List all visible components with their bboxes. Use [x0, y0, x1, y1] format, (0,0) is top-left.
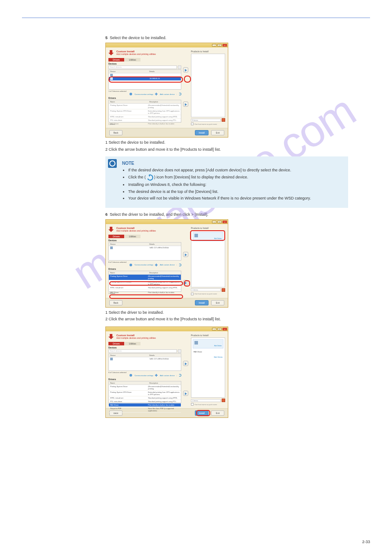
add-custom-device-link[interactable]: Add custom device: [160, 93, 175, 95]
products-to-install-label: Products to Install: [191, 334, 225, 337]
device-selection-count: 0 of 1 devices selected: [108, 261, 181, 263]
tab-utilities[interactable]: Utilities: [125, 342, 140, 345]
min-button[interactable]: –: [212, 221, 216, 223]
installer-window-1: – □ × Custom Install Add multiple device…: [105, 43, 228, 138]
back-button[interactable]: Back: [109, 130, 122, 135]
max-button[interactable]: □: [217, 221, 222, 223]
use-hostname-label: Use host name as port name: [194, 123, 217, 125]
search-icon[interactable]: [178, 349, 181, 353]
driver-row[interactable]: PCL mini-driverStandard printing support…: [109, 119, 181, 122]
wizard-subtitle: Add multiple devices and printing utilit…: [116, 53, 156, 55]
exit-button[interactable]: Exit: [211, 410, 224, 416]
install-button[interactable]: Install: [195, 410, 209, 416]
product-entry[interactable]: Edit Delete: [193, 232, 223, 241]
comm-settings-link[interactable]: Communication settings: [134, 93, 153, 95]
add-device-icon: [155, 93, 158, 95]
drivers-label: Drivers: [108, 268, 188, 270]
move-device-right-button[interactable]: [183, 252, 188, 257]
devices-label: Devices: [108, 346, 188, 349]
comm-settings-link[interactable]: Communication settings: [134, 374, 153, 377]
add-custom-device-link[interactable]: Add custom device: [160, 264, 175, 266]
step-5-intro: 5 Select the device to be installed.: [105, 36, 370, 40]
products-to-install-label: Products to Install: [191, 50, 225, 53]
driver-row[interactable]: Printing System Driver(Recommended) Exte…: [109, 385, 181, 391]
tab-utilities[interactable]: Utilities: [125, 235, 140, 238]
back-button[interactable]: Back: [109, 300, 122, 305]
device-row[interactable]: fe80::217:c8ff:fe25:656d: [109, 246, 181, 250]
download-icon: [108, 334, 115, 340]
use-hostname-checkbox[interactable]: [191, 293, 194, 295]
close-button[interactable]: ×: [223, 44, 227, 47]
driver-row[interactable]: PCL mini-driverStandard printing support…: [109, 400, 181, 403]
move-driver-right-button[interactable]: [183, 280, 188, 285]
items-count: 1 items: [191, 288, 221, 291]
note-title: NOTE: [122, 161, 343, 166]
items-count: 0 items: [191, 119, 221, 122]
max-button[interactable]: □: [217, 44, 222, 47]
driver-row-fax[interactable]: FAX DriverPrint directly to built-in fax…: [109, 291, 181, 294]
exit-button[interactable]: Exit: [211, 130, 224, 135]
device-row[interactable]: [109, 73, 181, 77]
refresh-icon[interactable]: [179, 374, 181, 377]
comm-settings-link[interactable]: Communication settings: [134, 264, 153, 266]
delete-button[interactable]: [222, 399, 225, 402]
min-button[interactable]: –: [212, 328, 216, 330]
move-driver-right-button[interactable]: [183, 102, 188, 107]
driver-row[interactable]: FAX DriverPrint directly to built-in fax…: [109, 122, 181, 126]
tab-drivers[interactable]: Drivers: [108, 235, 124, 238]
driver-row[interactable]: KPDL mini-driverStandard printing suppor…: [109, 286, 181, 290]
min-button[interactable]: –: [212, 44, 216, 47]
driver-row[interactable]: Output to PDFSave files from PDF (a supp…: [109, 407, 181, 413]
exit-button[interactable]: Exit: [211, 300, 224, 305]
product-edit-delete[interactable]: Edit Delete: [194, 238, 222, 239]
driver-row[interactable]: Printing System Driver(Recommended) Exte…: [109, 104, 181, 109]
comm-settings-icon: [129, 374, 132, 377]
driver-row[interactable]: KPDL mini-driverStandard printing suppor…: [109, 396, 181, 400]
device-search[interactable]: Search devices: [108, 65, 177, 69]
note-box: NOTE If the desired device does not appe…: [105, 156, 348, 207]
product-edit-delete[interactable]: Edit Delete: [194, 345, 222, 347]
use-hostname-checkbox[interactable]: [191, 123, 194, 125]
install-button[interactable]: Install: [195, 130, 209, 135]
driver-row[interactable]: Printing System XPS DriverExtended print…: [109, 109, 181, 115]
driver-row[interactable]: Printing System XPS DriverExtended print…: [109, 280, 181, 286]
driver-row-fax-selected[interactable]: FAX DriverPrint directly to built-in fax…: [109, 403, 181, 407]
col-name: Name: [109, 100, 148, 103]
tab-utilities[interactable]: Utilities: [125, 58, 140, 62]
driver-row[interactable]: Printing System XPS DriverExtended print…: [109, 391, 181, 396]
move-driver-right-button[interactable]: [183, 391, 188, 396]
printer-icon: [110, 77, 113, 80]
move-device-right-button[interactable]: [183, 67, 188, 73]
tab-drivers[interactable]: Drivers: [108, 342, 124, 345]
close-button[interactable]: ×: [223, 221, 227, 223]
device-search[interactable]: Search devices: [108, 349, 177, 353]
installer-window-3: – □ × Custom Install Add multiple device…: [105, 326, 228, 418]
install-button[interactable]: Install: [195, 300, 209, 305]
products-list: Edit Delete: [191, 230, 225, 287]
search-icon[interactable]: [178, 65, 181, 69]
delete-button[interactable]: [222, 288, 225, 292]
refresh-icon[interactable]: [179, 264, 181, 266]
device-row[interactable]: fe80::217:c8ff:fe25:656d: [109, 357, 181, 361]
tab-drivers[interactable]: Drivers: [108, 58, 124, 62]
use-hostname-label: Use host name as port name: [194, 293, 217, 295]
driver-row-selected[interactable]: Printing System Driver(Recommended) Exte…: [109, 275, 181, 280]
step-5a: 1 Select the device to be installed.: [105, 140, 370, 145]
printer-icon: [194, 341, 198, 345]
driver-row[interactable]: KPDL mini-driverStandard printing suppor…: [109, 115, 181, 119]
comm-settings-icon: [129, 93, 132, 95]
header-rule: [22, 18, 370, 18]
refresh-icon: [146, 174, 154, 181]
delete-button[interactable]: [222, 118, 225, 122]
move-device-right-button[interactable]: [183, 361, 188, 366]
add-custom-device-link[interactable]: Add custom device: [160, 374, 175, 377]
step-5b: 2 Click the arrow button and move it to …: [105, 147, 370, 152]
device-row-selected[interactable]: 10.180.81.15: [109, 77, 181, 80]
product-entry-fax[interactable]: FAX Driver: [193, 350, 223, 354]
max-button[interactable]: □: [217, 328, 222, 330]
product-edit-delete[interactable]: Edit Delete: [214, 356, 223, 358]
product-entry[interactable]: Edit Delete: [193, 339, 223, 348]
use-hostname-checkbox[interactable]: [191, 403, 194, 406]
close-button[interactable]: ×: [223, 328, 227, 330]
refresh-icon[interactable]: [179, 93, 181, 95]
